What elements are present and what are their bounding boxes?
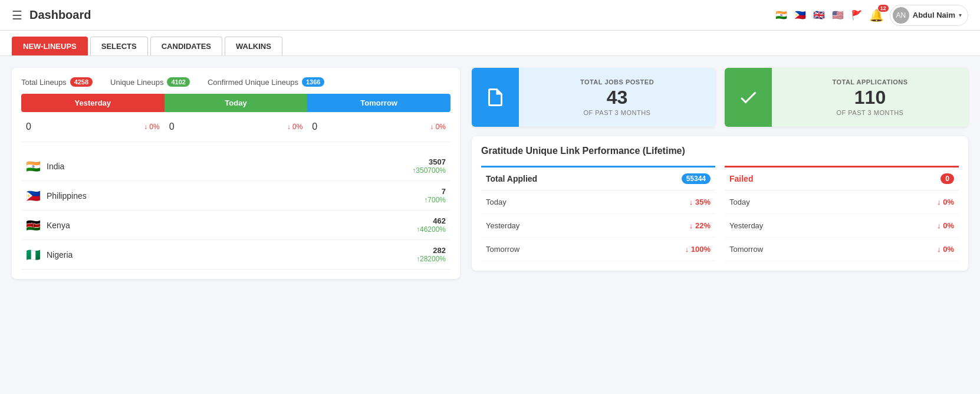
country-right-nigeria: 282 ↑28200% (416, 246, 446, 263)
applications-card: TOTAL APPLICATIONS 110 OF PAST 3 MONTHS (725, 68, 968, 127)
jobs-number: 43 (607, 88, 628, 107)
flag-india-icon[interactable]: 🇮🇳 (775, 9, 788, 22)
notification-bell[interactable]: 🔔 12 (869, 8, 884, 22)
chevron-down-icon: ▾ (959, 12, 962, 18)
applications-sub: OF PAST 3 MONTHS (837, 109, 904, 116)
failed-yesterday-label: Yesterday (729, 221, 763, 230)
total-applied-table: Total Applied 55344 Today ↓ 35% Yesterda… (481, 166, 715, 261)
failed-table: Failed 0 Today ↓ 0% Yesterday ↓ 0% Tomor… (725, 166, 959, 261)
flag-ph: 🇵🇭 (26, 189, 41, 203)
flag-gb-icon[interactable]: 🇬🇧 (813, 9, 826, 22)
applied-tomorrow-row: Tomorrow ↓ 100% (481, 238, 715, 261)
jobs-sub: OF PAST 3 MONTHS (584, 109, 651, 116)
country-left-india: 🇮🇳 India (26, 159, 64, 173)
failed-badge: 0 (940, 173, 954, 184)
checkmark-icon (725, 68, 772, 127)
ph-pct: ↑700% (424, 196, 446, 204)
applied-yesterday-val: ↓ 22% (689, 221, 711, 230)
country-right-kenya: 462 ↑46200% (416, 216, 446, 234)
country-row-philippines: 🇵🇭 Philippines 7 ↑700% (21, 181, 450, 211)
failed-tomorrow-label: Tomorrow (729, 245, 763, 254)
country-row-nigeria: 🇳🇬 Nigeria 282 ↑28200% (21, 240, 450, 270)
country-name-india: India (47, 162, 64, 171)
failed-today-label: Today (729, 198, 750, 206)
kenya-pct: ↑46200% (416, 225, 446, 234)
failed-header: Failed 0 (725, 168, 959, 191)
header-left: ☰ Dashboard (12, 8, 91, 22)
main-content: Total Lineups 4258 Unique Lineups 4102 C… (0, 56, 980, 291)
flag-nigeria: 🇳🇬 (26, 248, 41, 262)
tab-new-lineups[interactable]: NEW-LINEUPS (12, 37, 88, 55)
applications-number: 110 (854, 88, 886, 107)
header-right: 🇮🇳 🇵🇭 🇬🇧 🇺🇸 🚩 🔔 12 AN Abdul Naim ▾ (775, 5, 968, 26)
failed-today-row: Today ↓ 0% (725, 191, 959, 214)
gratitude-card: Gratitude Unique Link Performance (Lifet… (472, 136, 968, 271)
applied-today-row: Today ↓ 35% (481, 191, 715, 214)
confirmed-lineups-label: Confirmed Unique Lineups (208, 78, 298, 87)
tomorrow-value: 0 ↓ 0% (307, 119, 450, 134)
flag-kenya: 🇰🇪 (26, 218, 41, 232)
confirmed-lineups-stat: Confirmed Unique Lineups 1366 (208, 77, 324, 87)
lineups-header: Total Lineups 4258 Unique Lineups 4102 C… (21, 77, 450, 87)
today-value: 0 ↓ 0% (165, 119, 308, 134)
country-left-nigeria: 🇳🇬 Nigeria (26, 248, 73, 262)
yesterday-tab[interactable]: Yesterday (21, 94, 165, 112)
applied-yesterday-label: Yesterday (486, 221, 519, 230)
applied-today-val: ↓ 35% (689, 198, 711, 206)
india-pct: ↑350700% (412, 166, 446, 175)
kenya-count: 462 (416, 216, 446, 225)
hamburger-icon[interactable]: ☰ (12, 8, 22, 22)
user-menu[interactable]: AN Abdul Naim ▾ (890, 5, 968, 26)
confirmed-lineups-badge: 1366 (302, 77, 324, 87)
total-lineups-stat: Total Lineups 4258 (21, 77, 93, 87)
tab-candidates[interactable]: CANDIDATES (150, 37, 222, 55)
header: ☰ Dashboard 🇮🇳 🇵🇭 🇬🇧 🇺🇸 🚩 🔔 12 AN Abdul … (0, 0, 980, 31)
today-count: 0 (169, 122, 175, 132)
country-row-kenya: 🇰🇪 Kenya 462 ↑46200% (21, 211, 450, 240)
country-right-ph: 7 ↑700% (424, 187, 446, 204)
applied-today-label: Today (486, 198, 507, 206)
failed-tomorrow-row: Tomorrow ↓ 0% (725, 238, 959, 261)
ph-count: 7 (424, 187, 446, 196)
failed-yesterday-val: ↓ 0% (937, 221, 954, 230)
applied-tomorrow-label: Tomorrow (486, 245, 519, 254)
tomorrow-tab[interactable]: Tomorrow (307, 94, 450, 112)
tab-selects[interactable]: SELECTS (90, 37, 148, 55)
nigeria-count: 282 (416, 246, 446, 255)
applications-body: TOTAL APPLICATIONS 110 OF PAST 3 MONTHS (772, 68, 968, 127)
document-icon (472, 68, 519, 127)
stats-row: TOTAL JOBS POSTED 43 OF PAST 3 MONTHS TO… (472, 68, 968, 127)
total-applied-title: Total Applied (486, 174, 537, 183)
tabs-bar: NEW-LINEUPS SELECTS CANDIDATES WALKINS (0, 31, 980, 56)
country-row-india: 🇮🇳 India 3507 ↑350700% (21, 152, 450, 181)
gratitude-title: Gratitude Unique Link Performance (Lifet… (481, 146, 959, 156)
flag-red-icon[interactable]: 🚩 (850, 9, 863, 22)
right-panel: TOTAL JOBS POSTED 43 OF PAST 3 MONTHS TO… (472, 68, 968, 279)
failed-tomorrow-val: ↓ 0% (937, 245, 954, 254)
applications-label: TOTAL APPLICATIONS (832, 78, 907, 86)
country-list: 🇮🇳 India 3507 ↑350700% 🇵🇭 Philippines 7 … (21, 152, 450, 270)
india-count: 3507 (412, 157, 446, 166)
yesterday-pct: ↓ 0% (144, 123, 160, 131)
avatar: AN (893, 7, 909, 24)
unique-lineups-stat: Unique Lineups 4102 (110, 77, 190, 87)
user-name: Abdul Naim (913, 11, 955, 19)
today-pct: ↓ 0% (287, 123, 303, 131)
applied-tomorrow-val: ↓ 100% (685, 245, 711, 254)
total-applied-header: Total Applied 55344 (481, 168, 715, 191)
country-name-kenya: Kenya (47, 221, 70, 230)
total-applied-badge: 55344 (682, 173, 711, 184)
today-tab[interactable]: Today (165, 94, 308, 112)
flag-us-icon[interactable]: 🇺🇸 (831, 9, 844, 22)
country-left-ph: 🇵🇭 Philippines (26, 189, 87, 203)
left-panel: Total Lineups 4258 Unique Lineups 4102 C… (12, 68, 460, 279)
country-left-kenya: 🇰🇪 Kenya (26, 218, 70, 232)
country-right-india: 3507 ↑350700% (412, 157, 446, 175)
unique-lineups-badge: 4102 (167, 77, 189, 87)
flag-ph-icon[interactable]: 🇵🇭 (794, 9, 807, 22)
page-title: Dashboard (29, 8, 91, 22)
yesterday-value: 0 ↓ 0% (21, 119, 165, 134)
tab-walkins[interactable]: WALKINS (225, 37, 282, 55)
gratitude-tables: Total Applied 55344 Today ↓ 35% Yesterda… (481, 166, 959, 261)
tomorrow-count: 0 (312, 122, 317, 132)
